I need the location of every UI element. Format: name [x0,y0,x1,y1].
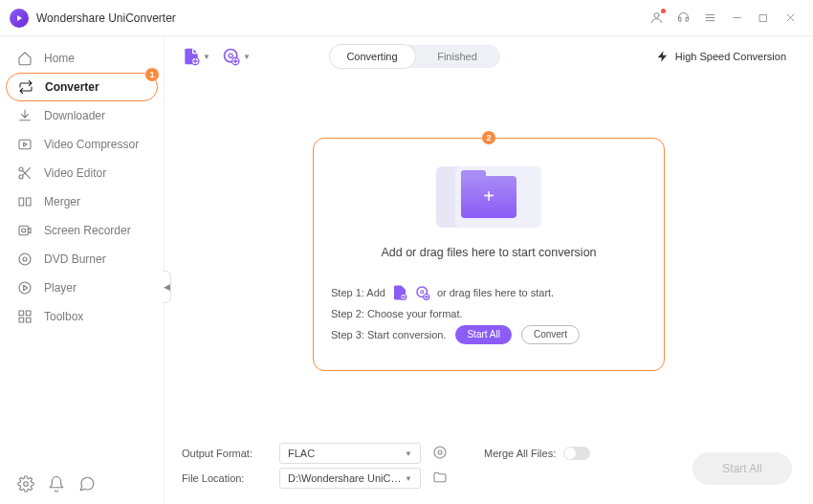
support-icon[interactable] [670,5,696,32]
menu-icon[interactable] [696,5,723,32]
open-folder-icon[interactable] [432,470,450,487]
output-settings-icon[interactable] [432,445,450,462]
dropzone[interactable]: 2 + Add or drag files here to start conv… [313,138,665,371]
minimize-icon[interactable] [723,5,750,32]
chevron-down-icon: ▼ [405,449,412,458]
chevron-down-icon: ▼ [203,53,210,61]
step-2: Step 2: Choose your format. [331,303,647,324]
tab-converting[interactable]: Converting [330,45,415,68]
home-icon [17,51,33,66]
sidebar-item-label: Screen Recorder [44,224,131,237]
start-all-button-inline[interactable]: Start All [455,325,511,344]
sidebar-item-compressor[interactable]: Video Compressor [0,130,164,159]
file-location-value: D:\Wondershare UniConverter [288,472,405,484]
sidebar-item-label: Toolbox [44,310,83,323]
sidebar-item-label: Video Editor [44,166,106,180]
chevron-down-icon: ▼ [405,474,412,483]
grid-icon [17,309,33,324]
sidebar-item-label: Downloader [44,109,105,122]
sidebar-item-label: Converter [45,80,99,94]
sidebar-item-dvd[interactable]: DVD Burner [0,245,164,274]
annotation-badge-1: 1 [145,68,159,81]
compressor-icon [17,137,33,152]
file-location-label: File Location: [182,472,268,484]
chevron-down-icon: ▼ [243,53,251,61]
user-icon[interactable] [643,5,670,32]
notification-dot [661,9,666,13]
svg-rect-24 [26,311,31,316]
feedback-icon[interactable] [78,475,96,493]
high-speed-label: High Speed Conversion [675,51,786,62]
lightning-icon [656,50,670,63]
toolbar: ▼ ▼ Converting Finished High Speed Conve… [165,36,813,77]
sidebar-item-label: DVD Burner [44,252,106,266]
add-file-icon [391,284,408,301]
play-icon [17,280,33,296]
sidebar-item-downloader[interactable]: Downloader [0,101,164,130]
settings-icon[interactable] [17,475,34,493]
svg-point-45 [434,447,446,458]
step1-prefix: Step 1: Add [331,287,385,298]
conversion-tabs: Converting Finished [330,45,500,68]
merge-toggle[interactable] [563,447,590,460]
step-1: Step 1: Add or drag files here to start. [331,282,647,303]
sidebar-item-home[interactable]: Home [0,44,164,73]
output-format-select[interactable]: FLAC ▼ [279,443,421,464]
close-icon[interactable] [777,5,803,32]
svg-rect-17 [19,226,28,234]
svg-rect-16 [26,198,31,206]
svg-marker-10 [24,142,27,146]
sidebar-item-label: Player [44,281,77,295]
sidebar-item-merger[interactable]: Merger [0,187,164,216]
sidebar-item-label: Home [44,52,75,65]
bell-icon[interactable] [48,475,65,493]
maximize-icon[interactable] [750,5,777,32]
workspace: 2 + Add or drag files here to start conv… [165,77,813,431]
file-location-select[interactable]: D:\Wondershare UniConverter ▼ [279,468,421,489]
sidebar-item-toolbox[interactable]: Toolbox [0,302,164,331]
app-title: Wondershare UniConverter [36,11,176,25]
dropzone-text: Add or drag files here to start conversi… [331,246,647,259]
step3-text: Step 3: Start conversion. [331,329,446,340]
svg-point-20 [23,257,27,261]
svg-point-32 [229,54,232,57]
tab-finished[interactable]: Finished [415,45,500,68]
svg-marker-0 [17,15,22,21]
sidebar-item-recorder[interactable]: Screen Recorder [0,216,164,245]
step1-suffix: or drag files here to start. [437,287,554,298]
output-format-label: Output Format: [182,448,268,459]
sidebar-item-label: Merger [44,195,80,208]
download-icon [17,108,33,123]
svg-rect-15 [19,198,24,206]
annotation-badge-2: 2 [482,131,495,144]
sidebar-item-player[interactable]: Player [0,274,164,302]
sidebar-item-label: Video Compressor [44,138,139,151]
sidebar-item-converter[interactable]: Converter 1 [6,73,158,101]
svg-point-27 [24,482,29,487]
add-file-button[interactable]: ▼ [182,47,210,66]
svg-point-40 [421,290,424,293]
recorder-icon [17,223,33,238]
folder-graphic: + [331,154,647,240]
svg-point-18 [22,229,26,232]
svg-rect-25 [19,318,24,322]
merge-label: Merge All Files: [484,448,556,459]
add-dvd-button[interactable]: ▼ [222,47,251,66]
high-speed-conversion-button[interactable]: High Speed Conversion [647,47,796,66]
add-folder-icon: + [461,176,516,218]
sidebar-item-editor[interactable]: Video Editor [0,159,164,187]
bottom-panel: Output Format: FLAC ▼ Merge All Files: S… [165,431,813,504]
svg-rect-26 [26,318,31,322]
svg-rect-6 [760,14,767,21]
add-dvd-icon [414,284,431,301]
svg-point-44 [438,450,442,454]
output-format-value: FLAC [288,448,315,459]
convert-button-inline[interactable]: Convert [521,325,580,344]
sidebar: Home Converter 1 Downloader Video Compre… [0,36,165,504]
disc-icon [17,252,33,267]
svg-point-19 [19,253,31,265]
svg-point-21 [19,282,31,294]
start-all-button[interactable]: Start All [692,452,792,485]
svg-point-1 [654,13,659,18]
scissors-icon [17,165,33,181]
